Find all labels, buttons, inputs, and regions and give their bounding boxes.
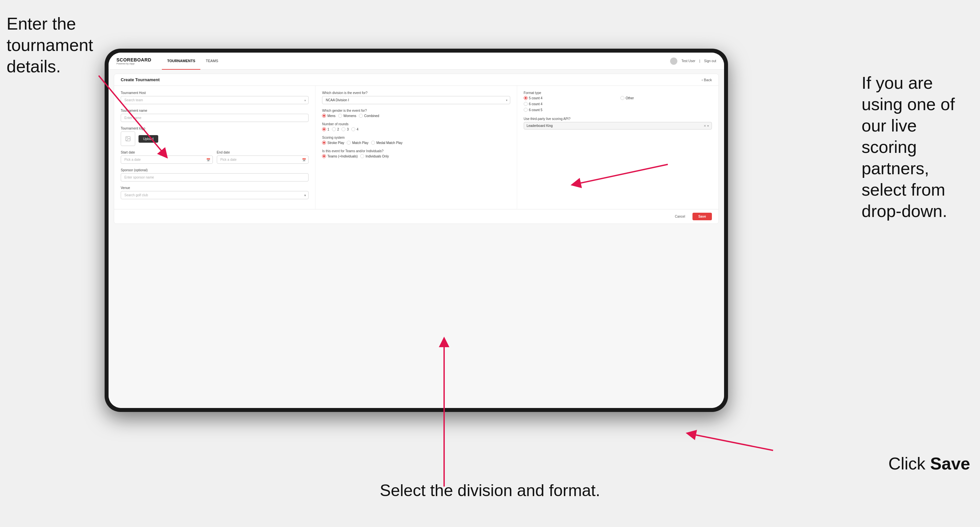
radio-individuals-label: Individuals Only [366,154,389,158]
scoring-group: Scoring system Stroke Play Match Play [322,136,510,144]
api-label: Use third-party live scoring API? [524,117,712,121]
team-individuals[interactable]: Individuals Only [360,154,389,158]
tournament-host-label: Tournament Host [121,91,309,95]
rounds-group: Number of rounds 1 2 [322,122,510,131]
round-2[interactable]: 2 [332,127,339,131]
radio-5count4-circle [524,96,528,100]
calendar-icon-2: 📅 [302,158,306,162]
gender-mens[interactable]: Mens [322,114,335,118]
form-title: Create Tournament [121,77,159,82]
radio-womens-label: Womens [344,114,356,118]
tournament-host-group: Tournament Host ▾ [121,91,309,104]
end-date-wrapper: 📅 [217,156,309,164]
team-radio-group: Teams (+Individuals) Individuals Only [322,154,510,158]
tablet-frame: SCOREBOARD Powered by clippi TOURNAMENTS… [105,49,728,412]
tournament-logo-label: Tournament logo [121,127,309,130]
radio-6count5-circle [524,108,528,112]
end-date-group: End date 📅 [217,151,309,164]
form-col-right: Format type 5 count 4 Other [517,86,719,209]
radio-6count5-label: 6 count 5 [529,108,542,112]
logo-subtext: Powered by clippi [116,62,151,65]
create-tournament-form: Create Tournament Back Tournament Host ▾ [114,74,719,224]
signout-link[interactable]: Sign out [704,59,716,63]
end-date-input[interactable] [217,156,309,164]
radio-round4-circle [352,127,355,131]
tab-teams[interactable]: TEAMS [200,52,223,70]
format-other[interactable]: Other [620,96,712,100]
tournament-host-input[interactable] [121,96,309,104]
svg-point-1 [127,137,127,138]
round-3[interactable]: 3 [342,127,349,131]
tournament-logo-group: Tournament logo Upload [121,127,309,146]
gender-group: Which gender is the event for? Mens Wome… [322,109,510,118]
gender-combined[interactable]: Combined [359,114,379,118]
tournament-name-input[interactable] [121,114,309,122]
form-header: Create Tournament Back [114,74,719,86]
venue-wrapper: ▾ [121,191,309,199]
round-1[interactable]: 1 [322,127,329,131]
annotation-bottom-right: Click Save [888,453,970,475]
format-6count5[interactable]: 6 count 5 [524,108,615,112]
venue-label: Venue [121,186,309,190]
annotation-bottom-center: Select the division and format. [380,480,600,501]
form-body: Tournament Host ▾ Tournament name Tourna [114,86,719,209]
radio-stroke-label: Stroke Play [327,141,344,144]
tournament-host-input-wrapper: ▾ [121,96,309,104]
tab-tournaments[interactable]: TOURNAMENTS [162,52,200,70]
radio-combined-label: Combined [364,114,379,118]
calendar-icon: 📅 [206,158,210,162]
gender-label: Which gender is the event for? [322,109,510,113]
venue-input[interactable] [121,191,309,199]
format-6count4[interactable]: 6 count 4 [524,102,615,106]
date-fields: Start date 📅 End date [121,151,309,164]
format-5count4[interactable]: 5 count 4 [524,96,615,100]
scoring-stroke[interactable]: Stroke Play [322,141,344,144]
radio-individuals-circle [360,154,364,158]
form-footer: Cancel Save [114,209,719,224]
form-col-middle: Which division is the event for? NCAA Di… [315,86,517,209]
tournament-name-group: Tournament name [121,109,309,122]
api-close-icon[interactable]: ✕ ▾ [704,124,709,127]
scoring-medal-match[interactable]: Medal Match Play [371,141,402,144]
radio-womens-circle [338,114,342,118]
gender-womens[interactable]: Womens [338,114,356,118]
app-logo: SCOREBOARD Powered by clippi [116,57,151,65]
sponsor-input[interactable] [121,173,309,181]
gender-radio-group: Mens Womens Combined [322,114,510,118]
division-select[interactable]: NCAA Division I [322,96,510,104]
back-button[interactable]: Back [702,78,712,82]
team-teams[interactable]: Teams (+Individuals) [322,154,358,158]
format-type-group: Format type 5 count 4 Other [524,91,712,112]
start-date-wrapper: 📅 [121,156,213,164]
scoring-match[interactable]: Match Play [347,141,368,144]
team-label: Is this event for Teams and/or Individua… [322,149,510,153]
division-wrapper: NCAA Division I [322,96,510,104]
radio-6count4-label: 6 count 4 [529,102,542,106]
format-type-label: Format type [524,91,712,95]
round-4[interactable]: 4 [352,127,359,131]
division-group: Which division is the event for? NCAA Di… [322,91,510,104]
logo-text: SCOREBOARD [116,57,151,62]
radio-other-label: Other [626,96,634,100]
navbar: SCOREBOARD Powered by clippi TOURNAMENTS… [108,52,724,70]
radio-medal-label: Medal Match Play [376,141,402,144]
form-col-left: Tournament Host ▾ Tournament name Tourna [114,86,315,209]
save-button[interactable]: Save [692,213,712,220]
svg-line-5 [691,434,773,451]
cancel-button[interactable]: Cancel [671,213,689,220]
rounds-radio-group: 1 2 3 [322,127,510,131]
radio-round3-label: 3 [347,127,349,131]
division-label: Which division is the event for? [322,91,510,95]
upload-button[interactable]: Upload [138,135,158,143]
start-date-group: Start date 📅 [121,151,213,164]
tournament-name-label: Tournament name [121,109,309,113]
api-value-tag: Leaderboard King ✕ ▾ [524,122,712,130]
radio-mens-label: Mens [327,114,335,118]
venue-dropdown-icon: ▾ [304,193,306,197]
radio-medal-circle [371,141,375,144]
logo-upload-area: Upload [121,132,309,146]
logo-placeholder [121,132,135,146]
start-date-input[interactable] [121,156,213,164]
radio-5count4-label: 5 count 4 [529,96,542,100]
scoring-radio-group: Stroke Play Match Play Medal Match Play [322,141,510,144]
